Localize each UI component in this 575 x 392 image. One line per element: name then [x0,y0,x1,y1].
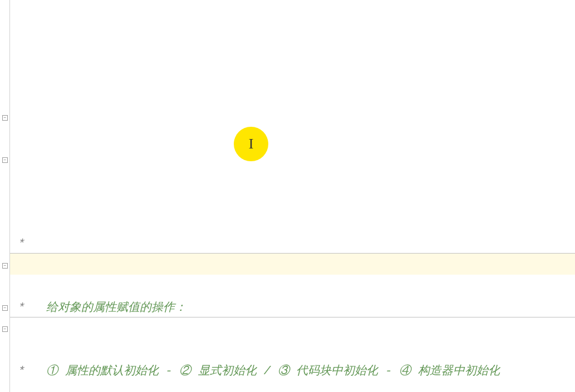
code-editor[interactable]: * * 给对象的属性赋值的操作： * ① 属性的默认初始化 - ② 显式初始化 … [10,0,575,392]
code-line: * ① 属性的默认初始化 - ② 显式初始化 / ③ 代码块中初始化 - ④ 构… [11,361,575,382]
comment-text: ① 属性的默认初始化 - ② 显式初始化 / ③ 代码块中初始化 - ④ 构造器… [46,365,500,378]
fold-marker[interactable]: − [2,157,8,163]
comment-asterisk: * [11,301,46,314]
comment-asterisk: * [11,237,25,250]
code-line: * 给对象的属性赋值的操作： [11,297,575,319]
fold-marker[interactable]: − [2,326,8,332]
editor-gutter: − − − − − [0,0,10,392]
comment-asterisk: * [11,365,46,378]
fold-marker[interactable]: − [2,263,8,269]
fold-marker[interactable]: − [2,115,8,121]
fold-marker[interactable]: − [2,305,8,311]
code-line: * [11,234,575,255]
comment-text: 给对象的属性赋值的操作： [46,301,186,314]
cursor-spotlight-icon [234,127,268,161]
